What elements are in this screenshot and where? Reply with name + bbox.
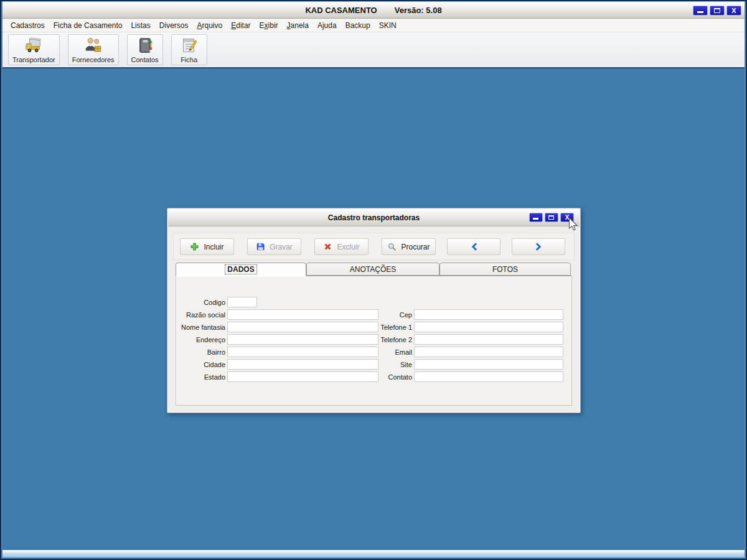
close-button[interactable]: X xyxy=(726,6,741,16)
menu-item-arquivo[interactable]: Arquivo xyxy=(192,19,227,32)
minimize-icon xyxy=(697,11,703,13)
procurar-button[interactable]: Procurar xyxy=(382,238,436,255)
codigo-input[interactable] xyxy=(227,297,257,307)
arrow-left-button[interactable] xyxy=(447,238,500,255)
title-bar: KAD CASAMENTO Versão: 5.08 X xyxy=(2,1,745,19)
gravar-button: Gravar xyxy=(247,238,301,255)
main-toolbar: Transportador Fornecedores Contatos Fich… xyxy=(2,32,745,68)
menu-item-ajuda[interactable]: Ajuda xyxy=(313,19,341,32)
close-icon: X xyxy=(727,6,741,15)
toolbar-button-contatos[interactable]: Contatos xyxy=(127,34,163,65)
toolbar-button-transportador[interactable]: Transportador xyxy=(8,34,60,65)
site-input[interactable] xyxy=(414,359,563,370)
form-row-endere-o: Endereço xyxy=(176,334,378,345)
dialog-close-button[interactable]: X xyxy=(560,213,574,222)
tab-anota-es[interactable]: ANOTAÇÕES xyxy=(306,263,439,276)
button-label: Incluir xyxy=(204,243,223,251)
menu-bar: CadastrosFicha de CasamentoListasDiverso… xyxy=(2,19,745,32)
arrow-right-icon xyxy=(533,241,544,252)
dialog-title: Cadastro transportadoras xyxy=(328,213,420,222)
toolbar-button-label: Transportador xyxy=(12,56,55,64)
endere-o-input[interactable] xyxy=(227,334,378,345)
plus-icon xyxy=(190,242,199,251)
menu-item-skin[interactable]: SKIN xyxy=(375,19,401,32)
delete-icon xyxy=(323,242,332,251)
field-label-nome-fantasia: Nome fantasia xyxy=(176,324,225,331)
suppliers-icon xyxy=(84,36,103,55)
maximize-button[interactable] xyxy=(710,6,725,16)
menu-item-cadastros[interactable]: Cadastros xyxy=(6,19,49,32)
address-book-icon xyxy=(136,36,154,55)
minimize-icon xyxy=(533,218,538,220)
field-label-estado: Estado xyxy=(176,373,225,381)
contato-input[interactable] xyxy=(414,371,563,382)
toolbar-button-fornecedores[interactable]: Fornecedores xyxy=(68,34,119,65)
toolbar-button-label: Contatos xyxy=(131,56,159,64)
save-icon xyxy=(256,242,265,251)
field-label-raz-o-social: Razão social xyxy=(176,311,225,319)
form-row-site: Site xyxy=(363,359,563,370)
note-icon xyxy=(180,36,199,55)
menu-item-ficha-de-casamento[interactable]: Ficha de Casamento xyxy=(49,19,127,32)
bairro-input[interactable] xyxy=(227,347,378,357)
button-label: Procurar xyxy=(401,243,430,251)
estado-input[interactable] xyxy=(227,371,378,382)
menu-item-listas[interactable]: Listas xyxy=(126,19,154,32)
excluir-button: Excluir xyxy=(314,238,369,255)
menu-item-diversos[interactable]: Diversos xyxy=(155,19,193,32)
window-controls: X xyxy=(693,6,741,16)
nome-fantasia-input[interactable] xyxy=(227,322,378,332)
tab-label: FOTOS xyxy=(492,265,518,274)
menu-item-backup[interactable]: Backup xyxy=(341,19,375,32)
arrow-left-icon xyxy=(469,241,479,252)
form-row-telefone-1: Telefone 1 xyxy=(363,322,563,332)
form-row-estado: Estado xyxy=(176,371,378,382)
truck-icon xyxy=(24,36,43,55)
window-frame-bottom xyxy=(2,550,745,558)
toolbar-button-ficha[interactable]: Ficha xyxy=(171,34,207,65)
dialog-minimize-button[interactable] xyxy=(529,213,543,222)
dialog-maximize-button[interactable] xyxy=(545,213,558,222)
app-version: Versão: 5.08 xyxy=(395,6,442,15)
button-label: Gravar xyxy=(270,243,293,251)
email-input[interactable] xyxy=(414,347,563,357)
form-row-telefone-2: Telefone 2 xyxy=(363,334,563,345)
field-label-email: Email xyxy=(363,348,412,356)
menu-item-exibir[interactable]: Exibir xyxy=(255,19,283,32)
toolbar-button-label: Ficha xyxy=(181,56,197,64)
minimize-button[interactable] xyxy=(693,6,708,16)
form-row-raz-o-social: Razão social xyxy=(176,309,378,320)
incluir-button[interactable]: Incluir xyxy=(180,238,234,255)
field-label-site: Site xyxy=(363,361,412,368)
form-row-cep: Cep xyxy=(363,309,563,320)
telefone-2-input[interactable] xyxy=(414,334,563,345)
form-row-nome-fantasia: Nome fantasia xyxy=(176,322,378,332)
dialog-body: Incluir Gravar Excluir Procurar DADOSANO… xyxy=(168,226,580,412)
maximize-icon xyxy=(714,8,720,13)
tab-label: DADOS xyxy=(225,265,256,274)
cep-input[interactable] xyxy=(414,309,563,320)
search-icon xyxy=(387,242,397,251)
form-row-email: Email xyxy=(363,347,563,357)
app-title: KAD CASAMENTO xyxy=(305,6,377,15)
tab-content-dados: CodigoRazão socialNome fantasiaEndereçoB… xyxy=(176,276,572,406)
menu-item-editar[interactable]: Editar xyxy=(227,19,255,32)
field-label-cep: Cep xyxy=(363,311,412,319)
toolbar-button-label: Fornecedores xyxy=(72,56,115,64)
raz-o-social-input[interactable] xyxy=(227,309,378,320)
menu-item-janela[interactable]: Janela xyxy=(283,19,313,32)
dialog-window-controls: X xyxy=(529,213,574,222)
field-label-telefone-2: Telefone 2 xyxy=(363,336,412,343)
tab-dados[interactable]: DADOS xyxy=(176,263,306,276)
field-label-contato: Contato xyxy=(363,373,412,381)
tab-fotos[interactable]: FOTOS xyxy=(439,263,571,276)
arrow-right-button[interactable] xyxy=(512,238,565,255)
field-label-bairro: Bairro xyxy=(176,348,225,356)
maximize-icon xyxy=(548,215,554,220)
dialog-title-bar[interactable]: Cadastro transportadoras X xyxy=(168,209,580,226)
button-label: Excluir xyxy=(337,243,359,251)
cidade-input[interactable] xyxy=(227,359,378,370)
form-row-cidade: Cidade xyxy=(176,359,378,370)
telefone-1-input[interactable] xyxy=(414,322,563,332)
form-row-codigo: Codigo xyxy=(176,297,257,307)
